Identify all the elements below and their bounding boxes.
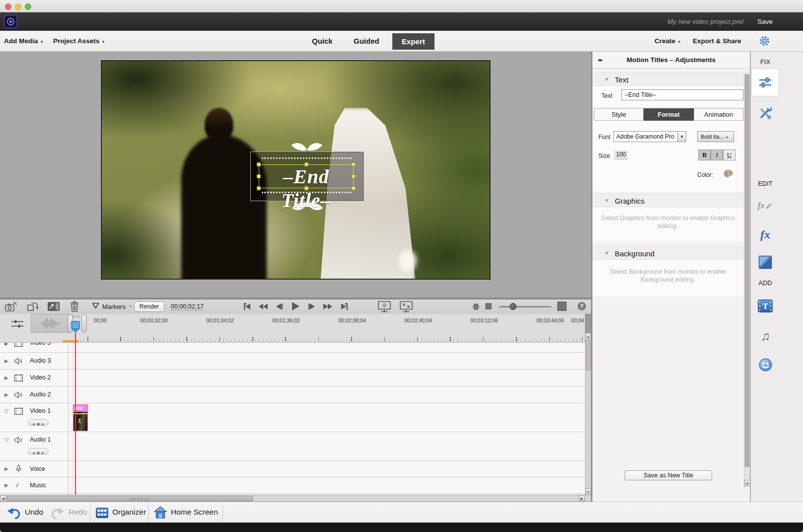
track-audio-3[interactable]: ▶ Audio 3 [0, 353, 585, 370]
zoom-in-icon[interactable] [557, 302, 567, 311]
track-audio-2[interactable]: ▶ Audio 2 [0, 386, 585, 403]
zoom-window-button[interactable] [25, 3, 31, 10]
font-style-select[interactable]: Bold Ita... ▼ [697, 131, 734, 142]
background-section-header[interactable]: ▼ Background [592, 246, 750, 260]
add-title-button[interactable]: T [751, 292, 779, 320]
fix-tools-button[interactable] [751, 99, 779, 127]
rotate-icon[interactable] [27, 301, 39, 312]
timeline-ruler[interactable]: 00;00 00;00;32;00 00;01;04;02 00;01;36;0… [72, 314, 585, 343]
expand-arrow-icon[interactable]: ▶ [4, 358, 8, 364]
effects-button[interactable]: fx [751, 221, 779, 248]
home-screen-button[interactable]: Home Screen [171, 508, 218, 517]
tab-quick[interactable]: Quick [312, 37, 333, 45]
help-icon[interactable]: ? [578, 302, 586, 310]
adjust-tool-button[interactable] [751, 69, 779, 96]
video-preview[interactable]: –End Title– [101, 60, 491, 280]
marker-flag-icon[interactable] [92, 303, 99, 309]
tab-animation[interactable]: Animation [694, 108, 743, 121]
organizer-button[interactable]: Organizer [112, 508, 146, 517]
pan-zoom-tool-icon[interactable] [48, 302, 60, 311]
track-video-2[interactable]: ▶ Video 2 [0, 370, 585, 386]
zoom-slider-track[interactable] [499, 306, 551, 307]
italic-button[interactable]: I [711, 150, 723, 160]
save-button[interactable]: Save [757, 18, 773, 25]
graphics-section-header[interactable]: ▼ Graphics [592, 194, 750, 207]
timeline-horizontal-scrollbar[interactable]: ◀ ▶ [0, 495, 591, 501]
applied-effects-button[interactable]: fx [751, 192, 779, 220]
markers-dropdown-caret-icon[interactable]: ▼ [129, 304, 132, 308]
zoom-scrubber-right-handle[interactable] [81, 314, 87, 332]
title-text-input[interactable]: –End Title– [621, 89, 743, 100]
fast-rewind-button[interactable] [258, 302, 269, 311]
export-share-button[interactable]: Export & Share [693, 37, 741, 45]
tab-expert[interactable]: Expert [392, 33, 435, 50]
monitor-settings-icon[interactable] [378, 301, 391, 312]
resize-handle[interactable] [257, 162, 261, 166]
text-section-header[interactable]: ▼ Text [592, 73, 750, 86]
expand-arrow-icon[interactable]: ▶ [4, 392, 8, 397]
font-size-value[interactable]: 100 [614, 151, 628, 159]
hscrollbar-thumb[interactable] [6, 496, 253, 501]
font-family-select[interactable]: Adobe Garamond Pro [613, 131, 678, 142]
track-height-settings-icon[interactable] [11, 319, 24, 328]
bold-button[interactable]: B [698, 150, 711, 160]
playhead-grip-icon[interactable] [73, 315, 81, 318]
markers-label[interactable]: Markers [102, 303, 126, 310]
freeze-frame-camera-icon[interactable] [5, 302, 18, 312]
create-menu[interactable]: Create ▼ [655, 37, 681, 45]
redo-button[interactable]: Redo [69, 508, 87, 517]
vscrollbar-thumb[interactable] [586, 340, 590, 371]
font-family-dropdown-button[interactable]: ▼ [677, 131, 686, 142]
go-to-start-button[interactable] [242, 302, 252, 311]
resize-handle[interactable] [304, 186, 308, 190]
delete-trash-icon[interactable] [70, 301, 79, 312]
expand-arrow-icon[interactable]: ▶ [4, 482, 8, 488]
expand-arrow-icon[interactable]: ▶ [4, 343, 8, 346]
title-selection-frame[interactable]: –End Title– [259, 164, 354, 188]
add-media-menu[interactable]: Add Media ▼ [4, 37, 44, 45]
audio-waveform-toggle[interactable] [31, 314, 70, 333]
close-window-button[interactable] [5, 3, 11, 10]
fit-to-view-icon[interactable] [472, 303, 480, 310]
add-music-button[interactable]: ♫ [751, 322, 779, 350]
transitions-button[interactable] [751, 248, 779, 276]
current-timecode[interactable]: 00;00;02;17 [171, 303, 204, 310]
playhead-line[interactable] [75, 333, 76, 495]
save-as-new-title-button[interactable]: Save as New Title [625, 470, 712, 480]
add-emoji-button[interactable] [751, 351, 779, 379]
track-music[interactable]: ▶ ♪ Music [0, 477, 585, 494]
scroll-left-arrow-icon[interactable]: ◀ [0, 495, 6, 501]
render-button[interactable]: Render [134, 302, 164, 312]
expand-arrow-icon[interactable]: ▶ [4, 375, 8, 380]
resize-handle[interactable] [304, 162, 308, 166]
track-video-3[interactable]: ▶ Video 3 [0, 343, 585, 353]
underline-button[interactable]: U [723, 150, 735, 160]
tab-guided[interactable]: Guided [354, 37, 379, 45]
zoom-out-icon[interactable] [485, 303, 492, 309]
collapse-arrow-icon[interactable]: ▽ [4, 408, 8, 414]
resize-handle[interactable] [257, 174, 261, 178]
tab-style[interactable]: Style [594, 108, 644, 121]
tab-format[interactable]: Format [644, 108, 694, 121]
resize-handle[interactable] [352, 162, 356, 166]
resize-handle[interactable] [352, 174, 356, 178]
color-palette-icon[interactable] [724, 169, 733, 178]
track-audio-1[interactable]: ▽ Audio 1 ◀◆▶ [0, 432, 585, 461]
resize-handle[interactable] [257, 186, 261, 190]
step-forward-button[interactable] [307, 302, 316, 311]
fast-forward-button[interactable] [322, 302, 333, 311]
keyframe-navigator[interactable]: ◀◆▶ [28, 419, 49, 426]
expand-arrow-icon[interactable]: ▶ [4, 466, 8, 471]
keyframe-navigator[interactable]: ◀◆▶ [28, 448, 49, 455]
go-to-end-button[interactable] [340, 302, 350, 311]
undo-button[interactable]: Undo [25, 508, 43, 517]
timeline-vertical-scrollbar[interactable]: ▲ ▼ [585, 333, 591, 495]
collapse-arrow-icon[interactable]: ▽ [4, 437, 8, 443]
project-assets-menu[interactable]: Project Assets ▼ [53, 37, 105, 45]
scroll-up-arrow-icon[interactable]: ▲ [585, 333, 591, 339]
step-back-button[interactable] [275, 302, 284, 311]
play-button[interactable] [291, 301, 300, 311]
minimize-window-button[interactable] [15, 3, 21, 10]
settings-gear-icon[interactable] [759, 36, 770, 46]
track-voice[interactable]: ▶ Voice [0, 461, 585, 477]
